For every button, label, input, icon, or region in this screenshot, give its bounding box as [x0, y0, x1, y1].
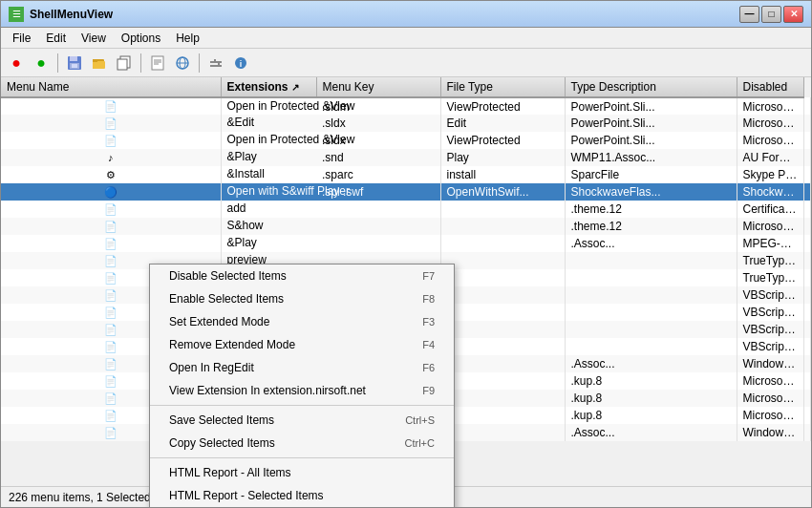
context-menu-item-label: Disable Selected Items [169, 269, 287, 283]
copy-button[interactable] [113, 53, 136, 74]
table-row[interactable]: 📄&Edit.sldxEditPowerPoint.Sli...Microsof… [1, 115, 811, 132]
row-type [565, 304, 737, 321]
row-key: ViewProtected [440, 132, 565, 149]
row-disabled: No [803, 252, 811, 269]
web-button[interactable] [171, 53, 194, 74]
context-menu-item-label: Enable Selected Items [169, 292, 284, 306]
context-menu-shortcut: F8 [422, 293, 435, 305]
context-menu-item[interactable]: Disable Selected ItemsF7 [150, 265, 454, 287]
maximize-button[interactable]: □ [761, 6, 781, 23]
row-type: .theme.12 [565, 201, 737, 218]
row-desc: VBScript Script File [737, 321, 803, 338]
table-row[interactable]: ⚙&Install.sparcinstallSparcFileSkype Plu… [1, 166, 811, 183]
context-menu-item[interactable]: View Extension In extension.nirsoft.netF… [150, 379, 454, 402]
row-type: PowerPoint.Sli... [565, 97, 737, 115]
context-menu-item-label: Set Extended Mode [169, 315, 269, 328]
context-menu-item-label: View Extension In extension.nirsoft.net [169, 384, 366, 397]
row-type: PowerPoint.Sli... [565, 115, 737, 132]
red-dot-button[interactable]: ● [5, 53, 28, 74]
row-desc: VBScript Script File [737, 338, 803, 355]
svg-rect-19 [218, 63, 220, 65]
table-row[interactable]: 📄&Play.Assoc...MPEG-2 TS VideoNo [1, 235, 811, 252]
context-menu-item[interactable]: Set Extended ModeF3 [150, 310, 454, 333]
row-type: WMP11.Assoc... [565, 149, 737, 166]
status-text: 226 menu items, 1 Selected [9, 491, 151, 504]
row-desc: Microsoft Word Backup Docu... [737, 390, 803, 407]
row-desc: Certificate Trust List [737, 201, 803, 218]
context-menu-item[interactable]: HTML Report - Selected Items [150, 484, 454, 507]
svg-text:i: i [240, 59, 243, 69]
context-menu-item[interactable]: Save Selected ItemsCtrl+S [150, 409, 454, 432]
tools-button[interactable] [204, 53, 227, 74]
row-type: .kup.8 [565, 407, 737, 424]
table-row[interactable]: 📄S&how.theme.12Microsoft Office ThemeNo [1, 218, 811, 235]
row-type [565, 252, 737, 269]
context-menu-item-label: HTML Report - All Items [169, 466, 291, 479]
row-disabled: No [803, 372, 811, 390]
table-row[interactable]: 📄add.theme.12Certificate Trust ListNo [1, 201, 811, 218]
toolbar-separator-1 [57, 53, 58, 73]
main-window: ☰ ShellMenuView — □ ✕ File Edit View Opt… [0, 0, 812, 508]
col-header-desc[interactable]: Type Description [565, 77, 737, 97]
context-menu-item[interactable]: HTML Report - All Items [150, 461, 454, 484]
row-desc: Microsoft PowerPoint Slide [737, 132, 803, 149]
row-desc: Microsoft PowerPoint Macro-En... [737, 97, 803, 115]
info-button[interactable]: i [229, 53, 252, 74]
row-disabled: No [803, 390, 811, 407]
col-header-disabled[interactable]: Disabled [737, 77, 803, 97]
col-header-key[interactable]: Menu Key [316, 77, 440, 97]
row-desc: MPEG-2 TS Video [737, 235, 803, 252]
row-key [440, 286, 565, 304]
row-disabled: No [803, 286, 811, 304]
open-button[interactable] [88, 53, 111, 74]
row-key: Edit [440, 115, 565, 132]
row-desc: Windows Media Audio/Video file [737, 424, 803, 441]
context-menu-shortcut: F4 [422, 339, 435, 350]
row-key: Play [440, 149, 565, 166]
context-menu-item-label: Open In RegEdit [169, 361, 254, 374]
save-button[interactable] [63, 53, 86, 74]
context-menu-item[interactable]: Copy Selected ItemsCtrl+C [150, 432, 454, 455]
row-type [565, 321, 737, 338]
context-menu-item[interactable]: Enable Selected ItemsF8 [150, 287, 454, 310]
context-menu-item-label: HTML Report - Selected Items [169, 489, 324, 502]
menu-file[interactable]: File [5, 28, 38, 48]
window-title: ShellMenuView [30, 8, 739, 21]
svg-rect-17 [210, 65, 222, 67]
row-desc: TrueType Collection Font file [737, 252, 803, 269]
col-header-ext[interactable]: Extensions ↗ [221, 77, 316, 97]
green-dot-button[interactable]: ● [30, 53, 53, 74]
window-controls: — □ ✕ [739, 6, 803, 23]
close-button[interactable]: ✕ [783, 6, 803, 23]
context-menu-item[interactable]: Remove Extended ModeF4 [150, 333, 454, 356]
row-type: .Assoc... [565, 235, 737, 252]
table-row[interactable]: 🔵Open with S&wiff Player.spl .swfOpenWit… [1, 183, 811, 201]
row-ext: .sldm [316, 97, 440, 115]
row-ext: .spl .swf [316, 183, 440, 201]
col-header-name[interactable]: Menu Name [1, 77, 221, 97]
app-icon: ☰ [9, 7, 24, 22]
context-menu-separator [150, 405, 454, 406]
table-row[interactable]: 📄Open in Protected &View.sldmViewProtect… [1, 97, 811, 115]
minimize-button[interactable]: — [739, 6, 759, 23]
context-menu-item[interactable]: Open In RegEditF6 [150, 356, 454, 379]
menu-bar: File Edit View Options Help [1, 28, 811, 49]
title-bar: ☰ ShellMenuView — □ ✕ [1, 1, 811, 28]
svg-rect-6 [93, 59, 97, 62]
row-key [440, 372, 565, 390]
report-button[interactable] [146, 53, 169, 74]
menu-help[interactable]: Help [168, 28, 207, 48]
row-ext [316, 201, 440, 218]
col-header-type[interactable]: File Type [440, 77, 565, 97]
table-row[interactable]: 📄Open in Protected &View.sldxViewProtect… [1, 132, 811, 149]
row-key [440, 218, 565, 235]
menu-edit[interactable]: Edit [38, 28, 74, 48]
menu-view[interactable]: View [74, 28, 114, 48]
context-menu-shortcut: Ctrl+C [405, 437, 435, 449]
row-type: .Assoc... [565, 424, 737, 441]
row-ext [316, 218, 440, 235]
menu-options[interactable]: Options [114, 28, 168, 48]
table-row[interactable]: ♪&Play.sndPlayWMP11.Assoc...AU Format So… [1, 149, 811, 166]
row-disabled: No [803, 355, 811, 372]
row-icon: 🔵 [1, 183, 221, 201]
